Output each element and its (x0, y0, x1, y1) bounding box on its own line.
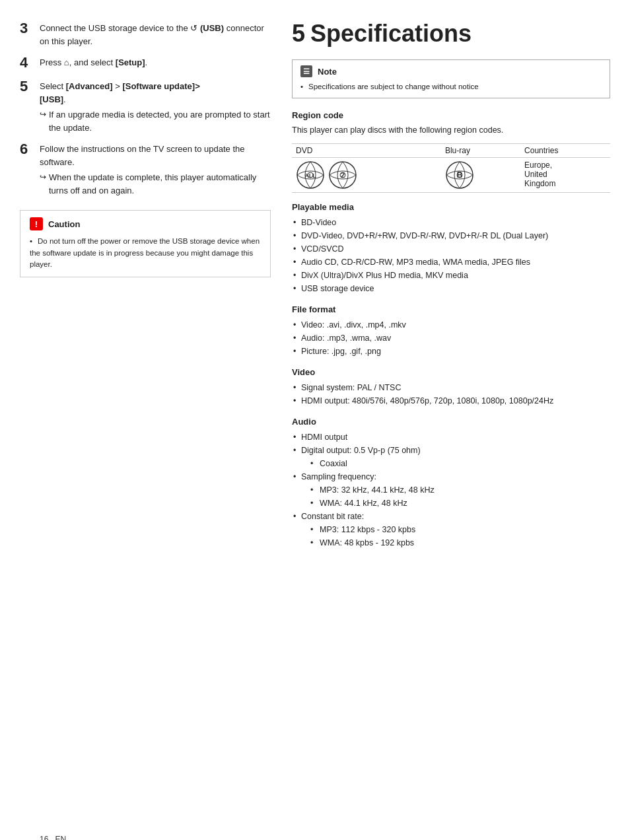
caution-header: ! Caution (30, 217, 261, 230)
file-format-list: Video: .avi, .divx, .mp4, .mkv Audio: .m… (292, 318, 610, 358)
file-format-title: File format (292, 304, 610, 314)
video-section: Video Signal system: PAL / NTSC HDMI out… (292, 367, 610, 407)
file-format-section: File format Video: .avi, .divx, .mp4, .m… (292, 304, 610, 358)
list-item: Picture: .jpg, .gif, .png (292, 345, 610, 358)
table-cell-dvd: ALL 2 (292, 158, 441, 193)
playable-media-title: Playable media (292, 202, 610, 212)
note-icon: ☰ (300, 65, 312, 77)
step-3-number: 3 (20, 20, 40, 37)
step-4: 4 Press ⌂, and select [Setup]. (20, 54, 271, 71)
list-item: Coaxial (301, 457, 610, 470)
step-5: 5 Select [Advanced] > [Software update]>… (20, 78, 271, 134)
list-item: WMA: 48 kpbs - 192 kpbs (301, 536, 610, 549)
list-item: MP3: 32 kHz, 44.1 kHz, 48 kHz (301, 483, 610, 497)
dvd-2-icon: 2 (328, 160, 357, 190)
page-footer: 16 EN (40, 835, 66, 840)
caution-box: ! Caution Do not turn off the power or r… (20, 210, 271, 277)
caution-title: Caution (48, 219, 80, 229)
svg-text:B: B (457, 170, 463, 180)
note-text: Specifications are subject to change wit… (300, 81, 602, 92)
audio-list: HDMI output Digital output: 0.5 Vp-p (75… (292, 431, 610, 549)
list-item: HDMI output: 480i/576i, 480p/576p, 720p,… (292, 394, 610, 407)
audio-section: Audio HDMI output Digital output: 0.5 Vp… (292, 417, 610, 549)
svg-text:2: 2 (341, 171, 345, 179)
note-title: Note (318, 67, 337, 77)
list-item: WMA: 44.1 kHz, 48 kHz (301, 497, 610, 510)
list-item: Video: .avi, .divx, .mp4, .mkv (292, 318, 610, 332)
audio-sublist-3: MP3: 112 kbps - 320 kpbs WMA: 48 kpbs - … (301, 523, 610, 549)
list-item: Signal system: PAL / NTSC (292, 381, 610, 394)
playable-media-section: Playable media BD-Video DVD-Video, DVD+R… (292, 202, 610, 295)
list-item: VCD/SVCD (292, 242, 610, 256)
list-item: MP3: 112 kbps - 320 kpbs (301, 523, 610, 536)
region-code-title: Region code (292, 110, 610, 120)
list-item: HDMI output (292, 431, 610, 444)
video-title: Video (292, 367, 610, 377)
table-cell-bluray: B (441, 158, 520, 193)
right-column: 5Specifications ☰ Note Specifications ar… (292, 20, 610, 556)
table-header-dvd: DVD (292, 144, 441, 158)
list-item: Digital output: 0.5 Vp-p (75 ohm) Coaxia… (292, 444, 610, 470)
list-item: Audio CD, CD-R/CD-RW, MP3 media, WMA med… (292, 256, 610, 269)
section-title: Specifications (310, 20, 472, 47)
step-4-number: 4 (20, 54, 40, 71)
step-6-number: 6 (20, 141, 40, 158)
step-6: 6 Follow the instructions on the TV scre… (20, 141, 271, 197)
step-5-content: Select [Advanced] > [Software update]>[U… (40, 78, 271, 134)
list-item: DVD-Video, DVD+R/+RW, DVD-R/-RW, DVD+R/-… (292, 229, 610, 242)
step-3: 3 Connect the USB storage device to the … (20, 20, 271, 48)
note-bullet: Specifications are subject to change wit… (300, 83, 479, 90)
list-item: BD-Video (292, 216, 610, 229)
list-item: Audio: .mp3, .wma, .wav (292, 332, 610, 345)
bluray-b-icon: B (445, 160, 474, 190)
audio-title: Audio (292, 417, 610, 427)
step-5-number: 5 (20, 78, 40, 95)
dvd-all-icon: ALL (296, 160, 325, 190)
table-cell-countries: Europe,UnitedKingdom (520, 158, 610, 193)
left-column: 3 Connect the USB storage device to the … (20, 20, 271, 556)
table-row: ALL 2 (292, 158, 610, 193)
region-table: DVD Blu-ray Countries (292, 143, 610, 193)
svg-text:ALL: ALL (304, 172, 316, 179)
step-6-content: Follow the instructions on the TV screen… (40, 141, 271, 197)
video-list: Signal system: PAL / NTSC HDMI output: 4… (292, 381, 610, 407)
note-box: ☰ Note Specifications are subject to cha… (292, 59, 610, 98)
note-header: ☰ Note (300, 65, 602, 77)
table-header-bluray: Blu-ray (441, 144, 520, 158)
caution-icon: ! (30, 217, 43, 230)
section-heading: 5Specifications (292, 20, 610, 48)
caution-bullet: Do not turn off the power or remove the … (30, 237, 260, 268)
step-4-content: Press ⌂, and select [Setup]. (40, 54, 271, 69)
home-icon: ⌂ (64, 57, 69, 67)
section-number: 5 (292, 20, 305, 47)
audio-sublist-2: MP3: 32 kHz, 44.1 kHz, 48 kHz WMA: 44.1 … (301, 483, 610, 510)
list-item: DivX (Ultra)/DivX Plus HD media, MKV med… (292, 269, 610, 282)
page-number: 16 (40, 835, 48, 840)
table-header-countries: Countries (520, 144, 610, 158)
list-item: Sampling frequency: MP3: 32 kHz, 44.1 kH… (292, 470, 610, 510)
usb-symbol: ↺ (190, 23, 197, 33)
step-5-arrow: If an upgrade media is detected, you are… (40, 108, 271, 134)
region-code-description: This player can play discs with the foll… (292, 124, 610, 137)
page-lang: EN (55, 835, 66, 840)
audio-sublist-1: Coaxial (301, 457, 610, 470)
step-3-content: Connect the USB storage device to the ↺ … (40, 20, 271, 48)
playable-media-list: BD-Video DVD-Video, DVD+R/+RW, DVD-R/-RW… (292, 216, 610, 295)
list-item: USB storage device (292, 282, 610, 295)
step-6-arrow: When the update is complete, this player… (40, 171, 271, 197)
list-item: Constant bit rate: MP3: 112 kbps - 320 k… (292, 510, 610, 549)
caution-text: Do not turn off the power or remove the … (30, 236, 261, 270)
region-code-section: Region code This player can play discs w… (292, 110, 610, 193)
